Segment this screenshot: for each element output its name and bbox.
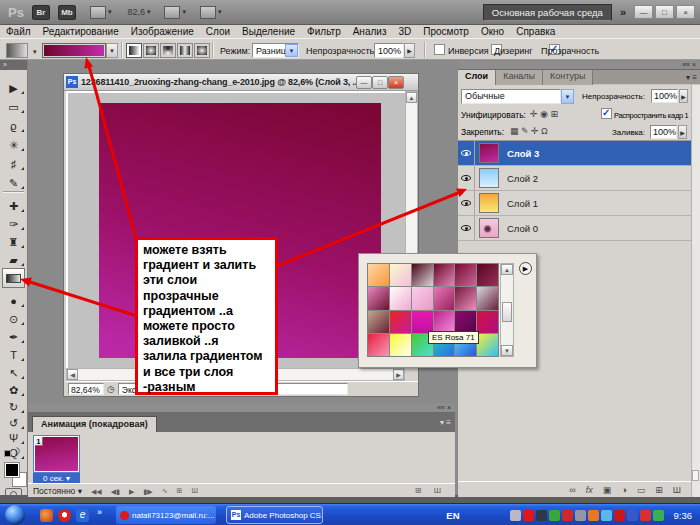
panel-collapse-icon[interactable]: «« xyxy=(682,61,690,68)
gradient-tool[interactable] xyxy=(2,268,25,288)
gradient-swatch-3[interactable] xyxy=(434,264,455,286)
tab-Контуры[interactable]: Контуры xyxy=(543,70,593,85)
layer-thumbnail[interactable] xyxy=(479,218,499,238)
gradient-swatch-8[interactable] xyxy=(412,287,433,309)
workspace-chevrons[interactable]: » xyxy=(620,6,626,18)
lock-icons[interactable]: ▦ ✎ ✛ Ω xyxy=(510,126,548,136)
brush-tool[interactable]: ✑ xyxy=(0,216,27,232)
menu-Справка[interactable]: Справка xyxy=(510,26,561,37)
tray-icon-9[interactable] xyxy=(627,510,638,521)
gradient-swatch-17[interactable] xyxy=(477,311,498,333)
tray-icon-11[interactable] xyxy=(653,510,664,521)
gradient-swatch-16[interactable] xyxy=(455,311,476,333)
default-colors-icon[interactable] xyxy=(4,450,11,457)
move-tool[interactable]: ▶ xyxy=(0,80,27,96)
layer-row-Слой 3[interactable]: Слой 3 xyxy=(458,141,691,166)
layer-visibility-toggle[interactable] xyxy=(458,191,475,216)
adjustment-layer-icon[interactable]: ◑ xyxy=(621,485,626,495)
menu-Редактирование[interactable]: Редактирование xyxy=(37,26,125,37)
gradient-swatch-7[interactable] xyxy=(390,287,411,309)
gradient-type-2[interactable] xyxy=(160,43,176,58)
mode-select-arrow[interactable]: ▼ xyxy=(285,44,298,57)
guides-icon[interactable] xyxy=(90,6,106,19)
gradient-type-4[interactable] xyxy=(194,43,210,58)
link-layers-icon[interactable]: ∞ xyxy=(569,485,575,495)
playback-0[interactable]: ◀◀ xyxy=(91,488,102,495)
gradient-type-1[interactable] xyxy=(143,43,159,58)
layer-group-icon[interactable]: ▭ xyxy=(637,485,646,495)
tool-preset-picker[interactable] xyxy=(6,43,28,58)
3d-rotate-tool[interactable]: ↻ xyxy=(0,399,27,415)
foreground-color-swatch[interactable] xyxy=(4,462,20,478)
gradient-swatch-13[interactable] xyxy=(390,311,411,333)
pen-tool[interactable]: ✒ xyxy=(0,329,27,345)
clock-icon[interactable]: ◷ xyxy=(107,384,115,394)
internet-explorer-icon[interactable]: e xyxy=(76,509,89,522)
gradient-swatch-6[interactable] xyxy=(368,287,389,309)
gradient-type-3[interactable] xyxy=(177,43,193,58)
custom-shape-tool[interactable]: ✿ xyxy=(0,382,27,398)
3d-orbit-tool[interactable]: ↺ xyxy=(0,415,27,431)
blur-tool[interactable]: ● xyxy=(0,293,27,309)
clone-stamp-tool[interactable]: ♜ xyxy=(0,234,27,250)
gradient-preview[interactable] xyxy=(42,43,106,58)
tab-Каналы[interactable]: Каналы xyxy=(496,70,543,85)
animation-menu-icon[interactable]: ▾ ≡ xyxy=(440,418,451,427)
tray-icon-3[interactable] xyxy=(549,510,560,521)
taskbar-task-mail[interactable]: natali73123@mail.ru:... xyxy=(116,506,216,524)
tray-icon-7[interactable] xyxy=(601,510,612,521)
type-tool[interactable]: T xyxy=(0,347,27,363)
status-zoom[interactable]: 82,64% xyxy=(68,383,104,395)
gradient-swatch-15[interactable] xyxy=(434,311,455,333)
doc-minimize-button[interactable]: — xyxy=(356,76,372,89)
eraser-tool[interactable]: ▰ xyxy=(0,252,27,268)
delete-frame-icon[interactable]: Ш xyxy=(191,487,197,494)
tray-icon-0[interactable] xyxy=(510,510,521,521)
gradient-swatch-5[interactable] xyxy=(477,264,498,286)
layer-row-Слой 2[interactable]: Слой 2 xyxy=(458,166,691,191)
opacity-value[interactable]: 100% xyxy=(374,43,404,58)
new-frame-icon[interactable]: ⊞ xyxy=(415,486,422,495)
menu-Фильтр[interactable]: Фильтр xyxy=(301,26,347,37)
gradient-swatch-18[interactable] xyxy=(368,334,389,356)
doc-restore-button[interactable]: □ xyxy=(372,76,388,89)
hand-tool[interactable]: Ψ xyxy=(0,430,27,446)
tween-icon[interactable]: ∿ xyxy=(162,487,168,495)
marquee-tool[interactable]: ▭ xyxy=(0,99,27,115)
quick-selection-tool[interactable]: ✳ xyxy=(0,137,27,153)
tray-icon-4[interactable] xyxy=(562,510,573,521)
tab-Слои[interactable]: Слои xyxy=(458,70,496,85)
tray-icon-8[interactable] xyxy=(614,510,625,521)
tray-icon-5[interactable] xyxy=(575,510,586,521)
animation-tab[interactable]: Анимация (покадровая) xyxy=(32,416,157,432)
loop-select[interactable]: Постоянно ▾ xyxy=(33,486,82,496)
gradient-swatch-9[interactable] xyxy=(434,287,455,309)
workspace-button[interactable]: Основная рабочая среда xyxy=(483,4,612,21)
layer-row-Слой 1[interactable]: Слой 1 xyxy=(458,191,691,216)
layer-visibility-toggle[interactable] xyxy=(458,166,475,191)
layer-thumbnail[interactable] xyxy=(479,193,499,213)
layer-row-Слой 0[interactable]: Слой 0 xyxy=(458,216,691,241)
gradient-swatch-19[interactable] xyxy=(390,334,411,356)
minibridge-icon[interactable]: Mb xyxy=(58,5,76,20)
gradient-swatch-11[interactable] xyxy=(477,287,498,309)
tray-icon-10[interactable] xyxy=(640,510,651,521)
language-indicator[interactable]: EN xyxy=(446,510,459,521)
menu-Слои[interactable]: Слои xyxy=(200,26,236,37)
dodge-tool[interactable]: ⊙ xyxy=(0,311,27,327)
panel-close-icon[interactable]: × xyxy=(692,61,696,68)
tray-icon-1[interactable] xyxy=(523,510,534,521)
gradient-swatch-2[interactable] xyxy=(412,264,433,286)
zoom-level[interactable]: 82,6 xyxy=(127,7,145,17)
document-titlebar[interactable]: Ps 1236811410_2ruoxing-zhang-chang_e-201… xyxy=(64,74,418,91)
gradient-picker-menu-button[interactable]: ▶ xyxy=(519,262,532,275)
quicklaunch-chevron[interactable]: » xyxy=(97,507,102,517)
minimize-button[interactable]: — xyxy=(634,5,653,19)
menu-3D[interactable]: 3D xyxy=(392,26,417,37)
layers-menu-icon[interactable]: ▾ ≡ xyxy=(686,73,697,82)
trash-icon[interactable]: Ш xyxy=(434,486,441,495)
menu-Изображение[interactable]: Изображение xyxy=(125,26,200,37)
menu-Просмотр[interactable]: Просмотр xyxy=(417,26,475,37)
quicklaunch-icon-2[interactable] xyxy=(58,509,71,522)
checkbox-Инверсия[interactable] xyxy=(434,44,445,55)
